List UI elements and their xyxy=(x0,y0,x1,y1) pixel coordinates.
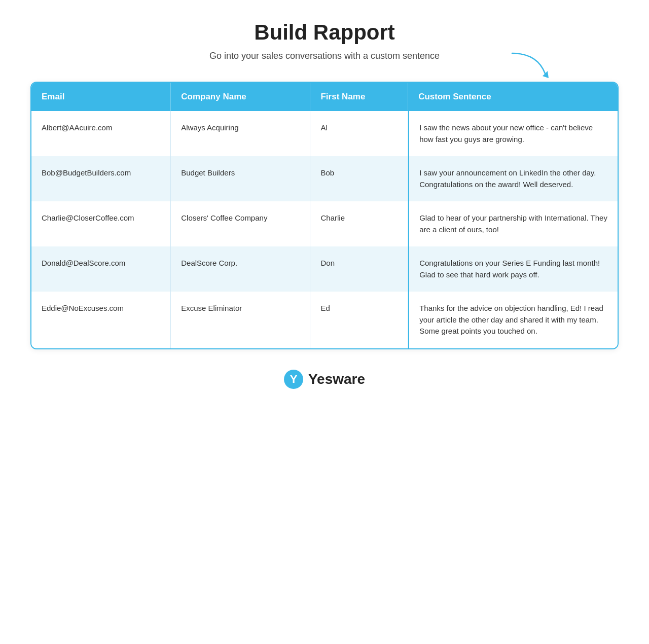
svg-text:Y: Y xyxy=(290,373,298,385)
yesware-logo-icon: Y xyxy=(284,370,303,389)
data-table: Email Company Name First Name Custom Sen… xyxy=(30,82,619,349)
cell-firstname: Al xyxy=(310,111,408,156)
footer: Y Yesware xyxy=(284,370,365,389)
cell-email: Charlie@CloserCoffee.com xyxy=(31,201,171,246)
subtitle-text: Go into your sales conversations with a … xyxy=(209,51,440,61)
cell-email: Albert@AAcuire.com xyxy=(31,111,171,156)
table-header: Email Company Name First Name Custom Sen… xyxy=(31,83,618,111)
cell-firstname: Charlie xyxy=(310,201,408,246)
cell-email: Bob@BudgetBuilders.com xyxy=(31,156,171,201)
cell-company: Budget Builders xyxy=(171,156,310,201)
arrow-icon xyxy=(507,51,553,81)
cell-email: Donald@DealScore.com xyxy=(31,246,171,292)
cell-firstname: Ed xyxy=(310,292,408,348)
col-company: Company Name xyxy=(171,83,310,111)
page-container: Build Rapport Go into your sales convers… xyxy=(30,20,619,389)
subtitle-row: Go into your sales conversations with a … xyxy=(30,51,619,61)
cell-sentence: I saw your announcement on LinkedIn the … xyxy=(408,156,618,201)
table-row: Eddie@NoExcuses.com Excuse Eliminator Ed… xyxy=(31,292,618,348)
table-row: Charlie@CloserCoffee.com Closers' Coffee… xyxy=(31,201,618,246)
cell-sentence: Glad to hear of your partnership with In… xyxy=(408,201,618,246)
col-email: Email xyxy=(31,83,171,111)
table-row: Donald@DealScore.com DealScore Corp. Don… xyxy=(31,246,618,292)
cell-sentence: Congratulations on your Series E Funding… xyxy=(408,246,618,292)
cell-company: Excuse Eliminator xyxy=(171,292,310,348)
table-row: Albert@AAcuire.com Always Acquiring Al I… xyxy=(31,111,618,156)
col-sentence: Custom Sentence xyxy=(408,83,618,111)
table-row: Bob@BudgetBuilders.com Budget Builders B… xyxy=(31,156,618,201)
col-firstname: First Name xyxy=(310,83,408,111)
cell-firstname: Don xyxy=(310,246,408,292)
cell-email: Eddie@NoExcuses.com xyxy=(31,292,171,348)
cell-company: Always Acquiring xyxy=(171,111,310,156)
cell-company: DealScore Corp. xyxy=(171,246,310,292)
table-body: Albert@AAcuire.com Always Acquiring Al I… xyxy=(31,111,618,348)
svg-marker-0 xyxy=(543,71,549,78)
cell-sentence: Thanks for the advice on objection handl… xyxy=(408,292,618,348)
cell-firstname: Bob xyxy=(310,156,408,201)
cell-sentence: I saw the news about your new office - c… xyxy=(408,111,618,156)
cell-company: Closers' Coffee Company xyxy=(171,201,310,246)
page-title: Build Rapport xyxy=(254,20,395,45)
brand-name: Yesware xyxy=(308,371,365,387)
